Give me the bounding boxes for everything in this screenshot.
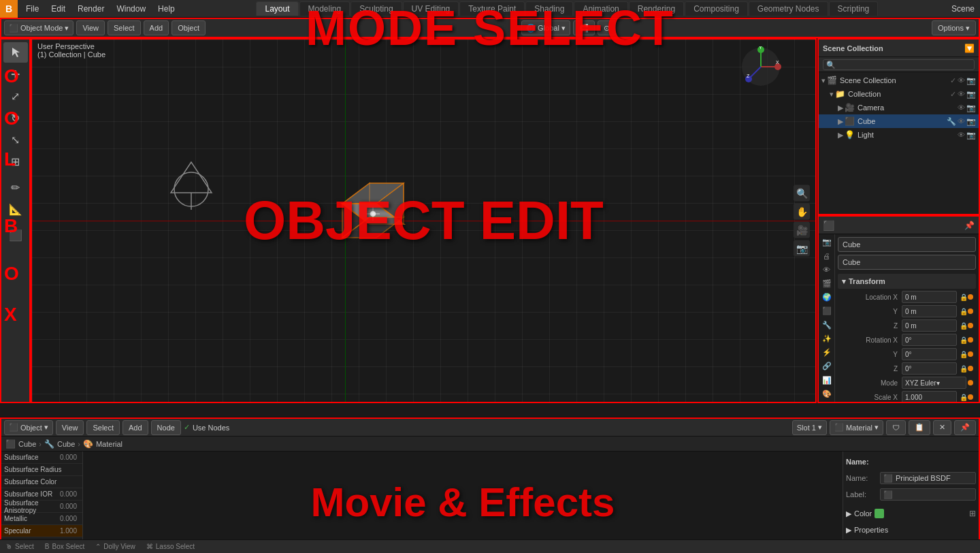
node-list-metallic[interactable]: Metallic 0.000: [1, 513, 82, 525]
props-location-y-field[interactable]: 0 m: [902, 305, 957, 317]
node-list-subsurface[interactable]: Subsurface 0.000: [1, 452, 82, 464]
proportional-btn[interactable]: ⊙: [598, 20, 616, 35]
node-select-btn[interactable]: Select: [86, 420, 120, 435]
menu-window[interactable]: Window: [111, 3, 151, 15]
tab-layout[interactable]: Layout: [256, 1, 298, 16]
options-btn[interactable]: Options ▾: [932, 20, 976, 35]
material-dropdown[interactable]: ⬛ Material ▾: [830, 420, 883, 435]
material-shield-btn[interactable]: 🛡: [886, 420, 906, 435]
menu-edit[interactable]: Edit: [46, 3, 71, 15]
editor-type-dropdown[interactable]: ⬛ Object Mode ▾: [4, 20, 74, 35]
props-tab-render[interactable]: 📷: [819, 236, 834, 249]
filter-icon[interactable]: 🔽: [964, 44, 975, 53]
tab-compositing[interactable]: Compositing: [685, 1, 748, 16]
props-object-name[interactable]: Cube: [838, 237, 976, 252]
props-location-z-field[interactable]: 0 m: [902, 319, 957, 332]
snap-btn[interactable]: 🧲: [573, 20, 595, 35]
tool-cursor[interactable]: ✛: [3, 64, 28, 84]
outliner-item-scene-collection[interactable]: ▾ 🎬 Scene Collection ✓ 👁 📷: [819, 74, 979, 87]
props-tab-modifier[interactable]: 🔧: [819, 319, 834, 332]
props-tab-scene[interactable]: 🎬: [819, 277, 834, 290]
tab-sculpting[interactable]: Sculpting: [350, 1, 402, 16]
node-panel-color-row[interactable]: ▶ Color ⊞: [846, 506, 976, 521]
tab-rendering[interactable]: Rendering: [629, 1, 684, 16]
props-tab-data[interactable]: 📊: [819, 374, 834, 387]
node-node-btn[interactable]: Node: [151, 420, 181, 435]
props-rotation-y-field[interactable]: 0°: [902, 348, 957, 360]
props-location-x-field[interactable]: 0 m: [902, 291, 957, 303]
node-label-field[interactable]: ⬛: [880, 488, 976, 501]
node-list-subsurface-radius[interactable]: Subsurface Radius: [1, 464, 82, 476]
props-tab-material[interactable]: 🎨: [819, 388, 834, 400]
camera-view-tool[interactable]: 📷: [794, 240, 810, 257]
color-grid-icon[interactable]: ⊞: [969, 509, 976, 518]
outliner-item-light[interactable]: ▶ 💡 Light 👁 📷: [819, 128, 979, 142]
props-type-icon[interactable]: ⬛: [823, 220, 834, 231]
add-menu-btn[interactable]: Add: [144, 20, 169, 35]
props-location-x-lock[interactable]: 🔒: [960, 294, 968, 301]
tab-modeling[interactable]: Modeling: [299, 1, 350, 16]
props-tab-constraints[interactable]: 🔗: [819, 360, 834, 373]
menu-file[interactable]: File: [20, 3, 44, 15]
tool-annotate[interactable]: ✏: [3, 177, 28, 198]
nav-gizmo[interactable]: X Y Z: [740, 46, 781, 87]
outliner-item-collection[interactable]: ▾ 📁 Collection ✓ 👁 📷: [819, 87, 979, 101]
menu-render[interactable]: Render: [72, 3, 110, 15]
props-location-y-lock[interactable]: 🔒: [960, 308, 968, 315]
props-tab-view[interactable]: 👁: [819, 264, 834, 276]
tab-shading[interactable]: Shading: [525, 1, 573, 16]
orbit-tool[interactable]: 🎥: [794, 222, 810, 238]
breadcrumb-material[interactable]: Material: [96, 440, 122, 448]
node-panel-properties-row[interactable]: ▶ Properties: [846, 522, 976, 537]
tool-measure[interactable]: 📐: [3, 199, 28, 219]
props-location-z-lock[interactable]: 🔒: [960, 322, 968, 330]
props-transform-header[interactable]: ▾ Transform: [838, 274, 976, 289]
props-pin-icon[interactable]: 📌: [964, 221, 975, 230]
tab-geometry-nodes[interactable]: Geometry Nodes: [749, 1, 828, 16]
props-object-name2[interactable]: Cube: [838, 255, 976, 270]
tab-scripting[interactable]: Scripting: [829, 1, 879, 16]
node-add-btn[interactable]: Add: [122, 420, 148, 435]
props-rotation-z-field[interactable]: 0°: [902, 362, 957, 375]
node-editor-type[interactable]: ⬛ Object ▾: [4, 420, 53, 435]
props-tab-physics[interactable]: ⚡: [819, 346, 834, 359]
tool-scale[interactable]: ⤡: [3, 129, 28, 150]
node-list-subsurface-aniso[interactable]: Subsurface Anisotropy 0.000: [1, 501, 82, 513]
props-tab-object[interactable]: ⬛: [819, 304, 834, 317]
outliner-search-input[interactable]: [823, 59, 975, 70]
color-swatch[interactable]: [875, 509, 884, 518]
zoom-tool[interactable]: 🔍: [794, 185, 810, 202]
tool-transform[interactable]: ⊞: [3, 151, 28, 172]
props-rotation-y-lock[interactable]: 🔒: [960, 351, 968, 358]
menu-help[interactable]: Help: [152, 3, 180, 15]
node-name-field[interactable]: ⬛ Principled BSDF: [880, 472, 976, 484]
props-tab-world[interactable]: 🌍: [819, 291, 834, 304]
props-tab-output[interactable]: 🖨: [819, 249, 834, 262]
props-scale-x-field[interactable]: 1.000: [902, 391, 957, 402]
breadcrumb-cube2[interactable]: Cube: [57, 440, 75, 448]
tool-select[interactable]: [3, 42, 28, 63]
tool-move[interactable]: ⤢: [3, 86, 28, 106]
material-close-btn[interactable]: ✕: [933, 420, 951, 435]
node-list-specular[interactable]: Specular 1.000: [1, 525, 82, 537]
tab-uv-editing[interactable]: UV Editing: [403, 1, 459, 16]
material-pin-btn[interactable]: 📌: [954, 420, 976, 435]
node-list-subsurface-color[interactable]: Subsurface Color: [1, 476, 82, 488]
material-copy-btn[interactable]: 📋: [909, 420, 930, 435]
props-scale-x-lock[interactable]: 🔒: [960, 394, 968, 401]
viewport-area[interactable]: User Perspective (1) Collection | Cube: [31, 38, 817, 403]
tool-rotate[interactable]: ↻: [3, 108, 28, 128]
slot-dropdown[interactable]: Slot 1 ▾: [792, 420, 827, 435]
transform-dropdown[interactable]: 🌐 Global ▾: [521, 20, 570, 35]
outliner-item-cube[interactable]: ▶ ⬛ Cube 🔧 👁 📷: [819, 114, 979, 128]
outliner-item-camera[interactable]: ▶ 🎥 Camera 👁 📷: [819, 101, 979, 114]
props-rotation-x-lock[interactable]: 🔒: [960, 336, 968, 344]
pan-tool[interactable]: ✋: [794, 204, 810, 220]
breadcrumb-cube1[interactable]: Cube: [18, 440, 36, 448]
props-rotation-z-lock[interactable]: 🔒: [960, 365, 968, 373]
props-rotation-x-field[interactable]: 0°: [902, 334, 957, 346]
use-nodes-toggle[interactable]: ✓ Use Nodes: [184, 423, 229, 432]
object-menu-btn[interactable]: Object: [172, 20, 206, 35]
tab-animation[interactable]: Animation: [574, 1, 627, 16]
tab-texture-paint[interactable]: Texture Paint: [459, 1, 525, 16]
